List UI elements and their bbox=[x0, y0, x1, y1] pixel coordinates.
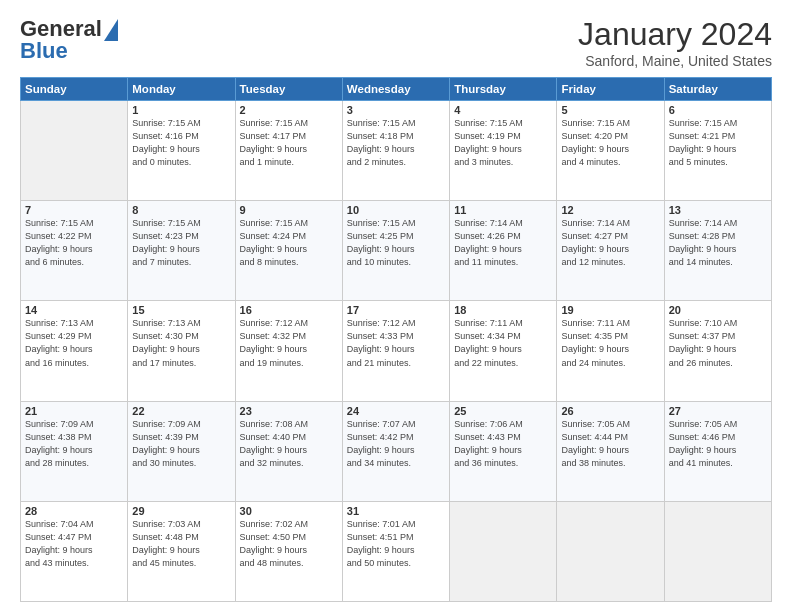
calendar-table: Sunday Monday Tuesday Wednesday Thursday… bbox=[20, 77, 772, 602]
day-number: 17 bbox=[347, 304, 445, 316]
calendar-cell: 5Sunrise: 7:15 AMSunset: 4:20 PMDaylight… bbox=[557, 101, 664, 201]
day-info: Sunrise: 7:12 AMSunset: 4:32 PMDaylight:… bbox=[240, 317, 338, 369]
day-number: 12 bbox=[561, 204, 659, 216]
calendar-cell bbox=[21, 101, 128, 201]
calendar-cell: 19Sunrise: 7:11 AMSunset: 4:35 PMDayligh… bbox=[557, 301, 664, 401]
calendar-subtitle: Sanford, Maine, United States bbox=[578, 53, 772, 69]
calendar-title: January 2024 bbox=[578, 16, 772, 53]
calendar-cell: 29Sunrise: 7:03 AMSunset: 4:48 PMDayligh… bbox=[128, 501, 235, 601]
calendar-cell: 31Sunrise: 7:01 AMSunset: 4:51 PMDayligh… bbox=[342, 501, 449, 601]
day-number: 19 bbox=[561, 304, 659, 316]
day-number: 5 bbox=[561, 104, 659, 116]
calendar-cell: 6Sunrise: 7:15 AMSunset: 4:21 PMDaylight… bbox=[664, 101, 771, 201]
calendar-cell: 16Sunrise: 7:12 AMSunset: 4:32 PMDayligh… bbox=[235, 301, 342, 401]
calendar-cell: 30Sunrise: 7:02 AMSunset: 4:50 PMDayligh… bbox=[235, 501, 342, 601]
day-info: Sunrise: 7:09 AMSunset: 4:39 PMDaylight:… bbox=[132, 418, 230, 470]
calendar-cell: 4Sunrise: 7:15 AMSunset: 4:19 PMDaylight… bbox=[450, 101, 557, 201]
day-info: Sunrise: 7:15 AMSunset: 4:21 PMDaylight:… bbox=[669, 117, 767, 169]
day-info: Sunrise: 7:15 AMSunset: 4:16 PMDaylight:… bbox=[132, 117, 230, 169]
day-number: 3 bbox=[347, 104, 445, 116]
day-info: Sunrise: 7:13 AMSunset: 4:29 PMDaylight:… bbox=[25, 317, 123, 369]
day-number: 16 bbox=[240, 304, 338, 316]
day-number: 25 bbox=[454, 405, 552, 417]
day-number: 15 bbox=[132, 304, 230, 316]
day-info: Sunrise: 7:01 AMSunset: 4:51 PMDaylight:… bbox=[347, 518, 445, 570]
day-info: Sunrise: 7:15 AMSunset: 4:25 PMDaylight:… bbox=[347, 217, 445, 269]
day-number: 20 bbox=[669, 304, 767, 316]
day-info: Sunrise: 7:15 AMSunset: 4:24 PMDaylight:… bbox=[240, 217, 338, 269]
logo: General Blue bbox=[20, 16, 118, 64]
header: General Blue January 2024 Sanford, Maine… bbox=[20, 16, 772, 69]
day-number: 30 bbox=[240, 505, 338, 517]
day-number: 1 bbox=[132, 104, 230, 116]
calendar-cell: 2Sunrise: 7:15 AMSunset: 4:17 PMDaylight… bbox=[235, 101, 342, 201]
logo-blue: Blue bbox=[20, 38, 68, 64]
day-info: Sunrise: 7:15 AMSunset: 4:19 PMDaylight:… bbox=[454, 117, 552, 169]
day-number: 10 bbox=[347, 204, 445, 216]
col-saturday: Saturday bbox=[664, 78, 771, 101]
day-info: Sunrise: 7:05 AMSunset: 4:44 PMDaylight:… bbox=[561, 418, 659, 470]
calendar-cell: 10Sunrise: 7:15 AMSunset: 4:25 PMDayligh… bbox=[342, 201, 449, 301]
calendar-cell: 9Sunrise: 7:15 AMSunset: 4:24 PMDaylight… bbox=[235, 201, 342, 301]
calendar-week-row: 1Sunrise: 7:15 AMSunset: 4:16 PMDaylight… bbox=[21, 101, 772, 201]
day-info: Sunrise: 7:04 AMSunset: 4:47 PMDaylight:… bbox=[25, 518, 123, 570]
day-number: 13 bbox=[669, 204, 767, 216]
calendar-cell: 14Sunrise: 7:13 AMSunset: 4:29 PMDayligh… bbox=[21, 301, 128, 401]
day-info: Sunrise: 7:11 AMSunset: 4:35 PMDaylight:… bbox=[561, 317, 659, 369]
day-info: Sunrise: 7:14 AMSunset: 4:27 PMDaylight:… bbox=[561, 217, 659, 269]
calendar-cell: 3Sunrise: 7:15 AMSunset: 4:18 PMDaylight… bbox=[342, 101, 449, 201]
calendar-week-row: 7Sunrise: 7:15 AMSunset: 4:22 PMDaylight… bbox=[21, 201, 772, 301]
day-info: Sunrise: 7:05 AMSunset: 4:46 PMDaylight:… bbox=[669, 418, 767, 470]
calendar-cell: 23Sunrise: 7:08 AMSunset: 4:40 PMDayligh… bbox=[235, 401, 342, 501]
calendar-week-row: 28Sunrise: 7:04 AMSunset: 4:47 PMDayligh… bbox=[21, 501, 772, 601]
calendar-cell: 24Sunrise: 7:07 AMSunset: 4:42 PMDayligh… bbox=[342, 401, 449, 501]
calendar-cell bbox=[450, 501, 557, 601]
calendar-cell: 13Sunrise: 7:14 AMSunset: 4:28 PMDayligh… bbox=[664, 201, 771, 301]
day-number: 29 bbox=[132, 505, 230, 517]
day-number: 27 bbox=[669, 405, 767, 417]
day-info: Sunrise: 7:06 AMSunset: 4:43 PMDaylight:… bbox=[454, 418, 552, 470]
calendar-cell: 28Sunrise: 7:04 AMSunset: 4:47 PMDayligh… bbox=[21, 501, 128, 601]
day-info: Sunrise: 7:15 AMSunset: 4:18 PMDaylight:… bbox=[347, 117, 445, 169]
calendar-cell: 25Sunrise: 7:06 AMSunset: 4:43 PMDayligh… bbox=[450, 401, 557, 501]
day-info: Sunrise: 7:02 AMSunset: 4:50 PMDaylight:… bbox=[240, 518, 338, 570]
day-number: 9 bbox=[240, 204, 338, 216]
calendar-cell: 15Sunrise: 7:13 AMSunset: 4:30 PMDayligh… bbox=[128, 301, 235, 401]
col-sunday: Sunday bbox=[21, 78, 128, 101]
day-number: 31 bbox=[347, 505, 445, 517]
col-wednesday: Wednesday bbox=[342, 78, 449, 101]
calendar-cell bbox=[664, 501, 771, 601]
col-thursday: Thursday bbox=[450, 78, 557, 101]
calendar-cell: 7Sunrise: 7:15 AMSunset: 4:22 PMDaylight… bbox=[21, 201, 128, 301]
day-info: Sunrise: 7:03 AMSunset: 4:48 PMDaylight:… bbox=[132, 518, 230, 570]
day-number: 24 bbox=[347, 405, 445, 417]
day-number: 23 bbox=[240, 405, 338, 417]
day-number: 8 bbox=[132, 204, 230, 216]
day-info: Sunrise: 7:08 AMSunset: 4:40 PMDaylight:… bbox=[240, 418, 338, 470]
day-number: 6 bbox=[669, 104, 767, 116]
calendar-cell: 17Sunrise: 7:12 AMSunset: 4:33 PMDayligh… bbox=[342, 301, 449, 401]
day-number: 11 bbox=[454, 204, 552, 216]
day-info: Sunrise: 7:10 AMSunset: 4:37 PMDaylight:… bbox=[669, 317, 767, 369]
day-info: Sunrise: 7:14 AMSunset: 4:26 PMDaylight:… bbox=[454, 217, 552, 269]
calendar-cell bbox=[557, 501, 664, 601]
calendar-cell: 22Sunrise: 7:09 AMSunset: 4:39 PMDayligh… bbox=[128, 401, 235, 501]
day-number: 21 bbox=[25, 405, 123, 417]
calendar-cell: 8Sunrise: 7:15 AMSunset: 4:23 PMDaylight… bbox=[128, 201, 235, 301]
day-info: Sunrise: 7:14 AMSunset: 4:28 PMDaylight:… bbox=[669, 217, 767, 269]
day-info: Sunrise: 7:12 AMSunset: 4:33 PMDaylight:… bbox=[347, 317, 445, 369]
col-tuesday: Tuesday bbox=[235, 78, 342, 101]
calendar-cell: 21Sunrise: 7:09 AMSunset: 4:38 PMDayligh… bbox=[21, 401, 128, 501]
calendar-week-row: 14Sunrise: 7:13 AMSunset: 4:29 PMDayligh… bbox=[21, 301, 772, 401]
calendar-cell: 18Sunrise: 7:11 AMSunset: 4:34 PMDayligh… bbox=[450, 301, 557, 401]
calendar-week-row: 21Sunrise: 7:09 AMSunset: 4:38 PMDayligh… bbox=[21, 401, 772, 501]
day-number: 7 bbox=[25, 204, 123, 216]
day-number: 14 bbox=[25, 304, 123, 316]
col-monday: Monday bbox=[128, 78, 235, 101]
day-info: Sunrise: 7:13 AMSunset: 4:30 PMDaylight:… bbox=[132, 317, 230, 369]
day-info: Sunrise: 7:15 AMSunset: 4:17 PMDaylight:… bbox=[240, 117, 338, 169]
col-friday: Friday bbox=[557, 78, 664, 101]
page: General Blue January 2024 Sanford, Maine… bbox=[0, 0, 792, 612]
day-info: Sunrise: 7:15 AMSunset: 4:20 PMDaylight:… bbox=[561, 117, 659, 169]
day-info: Sunrise: 7:07 AMSunset: 4:42 PMDaylight:… bbox=[347, 418, 445, 470]
